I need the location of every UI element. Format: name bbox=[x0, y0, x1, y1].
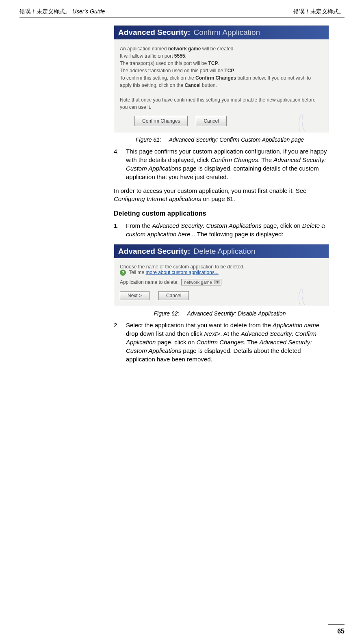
conf-line-5: To confirm this setting, click on the Co… bbox=[120, 74, 323, 89]
screenshot-delete-application: Advanced Security: Delete Application Ch… bbox=[114, 244, 329, 306]
button-row-2: Next > Cancel bbox=[120, 291, 323, 300]
banner-light-text: Confirm Application bbox=[193, 28, 260, 37]
header-prefix: 错误！未定义样式。 bbox=[20, 8, 72, 15]
figure-62-caption: Figure 62: Advanced Security: Disable Ap… bbox=[110, 310, 329, 317]
help-icon[interactable]: ? bbox=[120, 270, 126, 276]
conf-line-2: It will allow traffic on port 5555. bbox=[120, 52, 323, 60]
page-number: 65 bbox=[337, 628, 344, 635]
dropdown-label: Application name to delete: bbox=[120, 279, 179, 285]
next-button[interactable]: Next > bbox=[120, 291, 150, 300]
cancel-button[interactable]: Cancel bbox=[196, 116, 226, 126]
more-about-link[interactable]: more about custom applications... bbox=[145, 270, 218, 275]
step-4: 4. This page confirms your custom applic… bbox=[114, 147, 329, 181]
button-row-1: Confirm Changes Cancel bbox=[134, 116, 323, 126]
cancel-button[interactable]: Cancel bbox=[158, 291, 189, 300]
step-1: 1. From the Advanced Security: Custom Ap… bbox=[114, 221, 329, 238]
conf-line-1: An application named network game will b… bbox=[120, 45, 323, 52]
step-number: 4. bbox=[114, 147, 126, 181]
step-2: 2. Select the application that you want … bbox=[114, 321, 329, 363]
header-right: 错误！未定义样式。 bbox=[293, 8, 344, 15]
step-2-text: Select the application that you want to … bbox=[126, 321, 329, 363]
chevron-down-icon: ▼ bbox=[214, 280, 220, 284]
step-1-text: From the Advanced Security: Custom Appli… bbox=[126, 221, 329, 238]
step-4-text: This page confirms your custom applicati… bbox=[126, 147, 329, 181]
conf-line-6: Note that once you have confirmed this s… bbox=[120, 96, 323, 111]
app-name-dropdown[interactable]: network game ▼ bbox=[181, 279, 221, 285]
header-rule bbox=[20, 17, 344, 17]
header-left: 错误！未定义样式。 User's Guide bbox=[20, 8, 105, 15]
globe-decoration bbox=[296, 288, 329, 306]
confirm-changes-button[interactable]: Confirm Changes bbox=[134, 116, 188, 126]
dropdown-value: network game bbox=[184, 280, 212, 285]
banner-light-text: Delete Application bbox=[193, 247, 255, 256]
conf-line-3: The transport(s) used on this port will … bbox=[120, 60, 323, 67]
main-content: Advanced Security: Confirm Application A… bbox=[114, 25, 329, 369]
footer-rule bbox=[328, 624, 344, 625]
step-number: 1. bbox=[114, 221, 126, 238]
del-line-1: Choose the name of the custom applicatio… bbox=[120, 264, 323, 270]
banner-confirm: Advanced Security: Confirm Application bbox=[114, 26, 329, 39]
tell-me-row: ? Tell me more about custom applications… bbox=[120, 270, 323, 276]
step-number: 2. bbox=[114, 321, 126, 363]
banner-delete: Advanced Security: Delete Application bbox=[114, 244, 329, 258]
header-guide: User's Guide bbox=[72, 8, 105, 15]
dropdown-row: Application name to delete: network game… bbox=[120, 279, 323, 285]
banner-bold-text: Advanced Security: bbox=[118, 28, 190, 37]
screenshot-confirm-application: Advanced Security: Confirm Application A… bbox=[114, 25, 329, 132]
enable-note: In order to access your custom applicati… bbox=[114, 187, 329, 203]
banner-bold-text: Advanced Security: bbox=[118, 247, 190, 256]
deleting-heading: Deleting custom applications bbox=[114, 210, 329, 217]
figure-61-caption: Figure 61: Advanced Security: Confirm Cu… bbox=[110, 136, 329, 143]
conf-line-4: The address translation used on this por… bbox=[120, 67, 323, 74]
globe-decoration bbox=[296, 114, 329, 132]
